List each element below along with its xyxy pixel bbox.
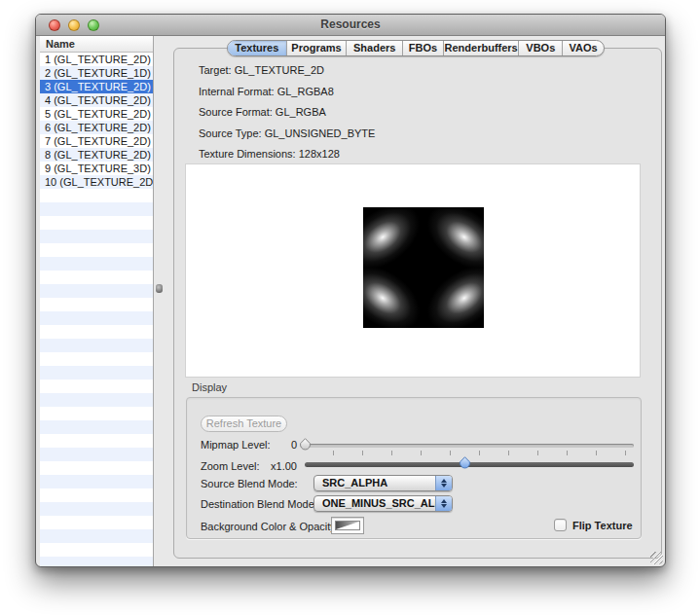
list-item[interactable]: 7 (GL_TEXTURE_2D)	[40, 134, 153, 148]
flip-texture-label: Flip Texture	[572, 520, 633, 531]
display-group-label: Display	[192, 381, 227, 393]
list-item-selected[interactable]: 3 (GL_TEXTURE_2D)	[40, 80, 153, 93]
name-column-header[interactable]: Name	[40, 36, 153, 53]
refresh-texture-button[interactable]: Refresh Texture	[201, 416, 287, 432]
list-item[interactable]: 8 (GL_TEXTURE_2D)	[40, 148, 153, 162]
tab-bar: Textures Programs Shaders FBOs Renderbuf…	[227, 40, 605, 56]
tab-renderbuffers[interactable]: Renderbuffers	[444, 41, 520, 55]
mipmap-level-value: 0	[260, 439, 297, 451]
texture-preview-area	[185, 163, 641, 378]
background-color-label: Background Color & Opacity:	[201, 521, 339, 532]
info-internal-format: Internal Format: GL_RGBA8	[199, 86, 334, 97]
color-swatch-icon	[335, 521, 360, 530]
list-item[interactable]: 10 (GL_TEXTURE_2D)	[40, 175, 153, 189]
source-blend-popup[interactable]: SRC_ALPHA	[313, 475, 453, 491]
dest-blend-value: ONE_MINUS_SRC_ALPHA	[322, 496, 453, 511]
resource-list: 1 (GL_TEXTURE_2D) 2 (GL_TEXTURE_1D) 3 (G…	[40, 53, 153, 566]
tab-shaders[interactable]: Shaders	[347, 41, 403, 55]
tab-textures[interactable]: Textures	[228, 41, 287, 55]
mipmap-slider-track[interactable]	[305, 444, 634, 448]
source-blend-value: SRC_ALPHA	[322, 476, 387, 490]
tab-vbos[interactable]: VBOs	[519, 41, 563, 55]
window-title: Resources	[36, 18, 665, 31]
list-item[interactable]: 6 (GL_TEXTURE_2D)	[40, 121, 153, 134]
zoom-level-value: x1.00	[260, 460, 297, 472]
info-texture-dimensions: Texture Dimensions: 128x128	[199, 148, 340, 160]
info-target: Target: GL_TEXTURE_2D	[199, 64, 324, 76]
source-blend-label: Source Blend Mode:	[201, 478, 298, 489]
zoom-level-label: Zoom Level:	[201, 460, 260, 472]
list-item[interactable]: 4 (GL_TEXTURE_2D)	[40, 93, 153, 107]
flip-texture-checkbox[interactable]	[554, 519, 567, 531]
title-bar[interactable]: Resources	[36, 15, 665, 36]
list-item[interactable]: 9 (GL_TEXTURE_3D)	[40, 162, 153, 175]
resize-grip-icon[interactable]	[650, 552, 663, 564]
info-source-format: Source Format: GL_RGBA	[199, 106, 326, 118]
tab-programs[interactable]: Programs	[287, 41, 348, 55]
tab-vaos[interactable]: VAOs	[563, 41, 604, 55]
background-color-well[interactable]	[331, 517, 364, 534]
tab-fbos[interactable]: FBOs	[403, 41, 444, 55]
list-item[interactable]: 2 (GL_TEXTURE_1D)	[40, 66, 153, 80]
splitter-handle-icon[interactable]	[156, 284, 163, 293]
popup-arrows-icon	[435, 496, 452, 511]
resources-window: Resources Name 1 (GL_TEXTURE_2D) 2 (GL_T…	[35, 14, 666, 567]
dest-blend-label: Destination Blend Mode:	[201, 498, 317, 510]
texture-preview-image	[363, 207, 484, 328]
resource-list-sidebar: Name 1 (GL_TEXTURE_2D) 2 (GL_TEXTURE_1D)…	[40, 36, 154, 566]
desktop: Resources Name 1 (GL_TEXTURE_2D) 2 (GL_T…	[0, 0, 700, 615]
list-item[interactable]: 5 (GL_TEXTURE_2D)	[40, 107, 153, 121]
mipmap-slider-thumb[interactable]	[299, 437, 312, 450]
list-item[interactable]: 1 (GL_TEXTURE_2D)	[40, 53, 153, 66]
zoom-slider-thumb[interactable]	[459, 455, 471, 468]
info-source-type: Source Type: GL_UNSIGNED_BYTE	[199, 127, 375, 139]
popup-arrows-icon	[435, 476, 452, 490]
dest-blend-popup[interactable]: ONE_MINUS_SRC_ALPHA	[313, 495, 453, 512]
